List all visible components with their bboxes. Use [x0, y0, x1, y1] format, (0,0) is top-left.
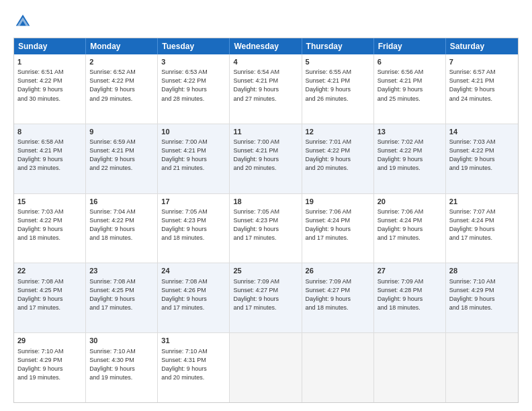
calendar-cell	[302, 333, 374, 402]
day-info: Sunrise: 7:10 AM Sunset: 4:31 PM Dayligh…	[161, 347, 226, 382]
day-info: Sunrise: 6:51 AM Sunset: 4:22 PM Dayligh…	[17, 68, 82, 103]
day-info: Sunrise: 7:10 AM Sunset: 4:30 PM Dayligh…	[89, 347, 154, 382]
calendar-cell: 28Sunrise: 7:10 AM Sunset: 4:29 PM Dayli…	[446, 263, 518, 332]
day-number: 18	[233, 197, 298, 207]
calendar-cell: 1Sunrise: 6:51 AM Sunset: 4:22 PM Daylig…	[14, 54, 86, 124]
day-number: 17	[161, 197, 226, 207]
day-number: 16	[89, 197, 154, 207]
calendar-body: 1Sunrise: 6:51 AM Sunset: 4:22 PM Daylig…	[14, 54, 518, 402]
day-info: Sunrise: 7:08 AM Sunset: 4:25 PM Dayligh…	[17, 277, 82, 312]
calendar-cell: 15Sunrise: 7:03 AM Sunset: 4:22 PM Dayli…	[14, 194, 86, 263]
day-number: 27	[378, 266, 442, 276]
calendar-cell: 6Sunrise: 6:56 AM Sunset: 4:21 PM Daylig…	[374, 54, 446, 124]
calendar-cell: 9Sunrise: 6:59 AM Sunset: 4:21 PM Daylig…	[86, 124, 158, 193]
header-cell-friday: Friday	[374, 38, 446, 54]
day-info: Sunrise: 6:59 AM Sunset: 4:21 PM Dayligh…	[89, 138, 154, 173]
header-cell-monday: Monday	[86, 38, 158, 54]
calendar-cell: 7Sunrise: 6:57 AM Sunset: 4:21 PM Daylig…	[446, 54, 518, 124]
calendar: SundayMondayTuesdayWednesdayThursdayFrid…	[13, 38, 519, 403]
logo-icon	[13, 12, 32, 31]
day-number: 30	[89, 336, 154, 346]
day-info: Sunrise: 6:53 AM Sunset: 4:22 PM Dayligh…	[161, 68, 226, 103]
day-number: 14	[449, 127, 515, 137]
calendar-row-4: 22Sunrise: 7:08 AM Sunset: 4:25 PM Dayli…	[14, 263, 518, 333]
day-number: 31	[161, 336, 226, 346]
day-number: 10	[161, 127, 226, 137]
logo	[13, 12, 35, 31]
day-info: Sunrise: 7:06 AM Sunset: 4:24 PM Dayligh…	[378, 208, 442, 242]
calendar-cell: 26Sunrise: 7:09 AM Sunset: 4:27 PM Dayli…	[302, 263, 374, 332]
day-info: Sunrise: 7:03 AM Sunset: 4:22 PM Dayligh…	[449, 138, 515, 173]
calendar-cell: 8Sunrise: 6:58 AM Sunset: 4:21 PM Daylig…	[14, 124, 86, 193]
calendar-cell: 18Sunrise: 7:05 AM Sunset: 4:23 PM Dayli…	[230, 194, 302, 263]
day-number: 1	[17, 57, 82, 67]
day-info: Sunrise: 7:09 AM Sunset: 4:27 PM Dayligh…	[233, 277, 298, 312]
day-info: Sunrise: 7:10 AM Sunset: 4:29 PM Dayligh…	[449, 277, 515, 312]
calendar-cell: 20Sunrise: 7:06 AM Sunset: 4:24 PM Dayli…	[374, 194, 446, 263]
day-info: Sunrise: 7:02 AM Sunset: 4:22 PM Dayligh…	[378, 138, 442, 173]
day-number: 8	[17, 127, 82, 137]
day-number: 21	[449, 197, 515, 207]
calendar-cell: 10Sunrise: 7:00 AM Sunset: 4:21 PM Dayli…	[158, 124, 230, 193]
day-number: 12	[306, 127, 370, 137]
day-info: Sunrise: 7:09 AM Sunset: 4:27 PM Dayligh…	[306, 277, 370, 312]
day-info: Sunrise: 6:54 AM Sunset: 4:21 PM Dayligh…	[233, 68, 298, 103]
day-info: Sunrise: 7:00 AM Sunset: 4:21 PM Dayligh…	[233, 138, 298, 173]
calendar-cell: 27Sunrise: 7:09 AM Sunset: 4:28 PM Dayli…	[374, 263, 446, 332]
day-number: 19	[306, 197, 370, 207]
day-info: Sunrise: 7:04 AM Sunset: 4:22 PM Dayligh…	[89, 208, 154, 242]
calendar-cell: 4Sunrise: 6:54 AM Sunset: 4:21 PM Daylig…	[230, 54, 302, 124]
day-number: 23	[89, 266, 154, 276]
calendar-cell: 21Sunrise: 7:07 AM Sunset: 4:24 PM Dayli…	[446, 194, 518, 263]
calendar-cell	[230, 333, 302, 402]
calendar-cell: 16Sunrise: 7:04 AM Sunset: 4:22 PM Dayli…	[86, 194, 158, 263]
header-cell-tuesday: Tuesday	[158, 38, 230, 54]
day-number: 26	[306, 266, 370, 276]
day-info: Sunrise: 7:01 AM Sunset: 4:22 PM Dayligh…	[306, 138, 370, 173]
day-number: 9	[89, 127, 154, 137]
day-number: 22	[17, 266, 82, 276]
calendar-cell: 24Sunrise: 7:08 AM Sunset: 4:26 PM Dayli…	[158, 263, 230, 332]
day-number: 13	[378, 127, 442, 137]
day-number: 2	[89, 57, 154, 67]
day-info: Sunrise: 7:09 AM Sunset: 4:28 PM Dayligh…	[378, 277, 442, 312]
day-info: Sunrise: 7:10 AM Sunset: 4:29 PM Dayligh…	[17, 347, 82, 382]
day-number: 7	[449, 57, 515, 67]
day-info: Sunrise: 6:56 AM Sunset: 4:21 PM Dayligh…	[378, 68, 442, 103]
day-number: 4	[233, 57, 298, 67]
header-cell-thursday: Thursday	[302, 38, 374, 54]
calendar-header: SundayMondayTuesdayWednesdayThursdayFrid…	[14, 38, 518, 54]
day-number: 24	[161, 266, 226, 276]
calendar-row-1: 1Sunrise: 6:51 AM Sunset: 4:22 PM Daylig…	[14, 54, 518, 124]
header-cell-wednesday: Wednesday	[230, 38, 302, 54]
calendar-row-5: 29Sunrise: 7:10 AM Sunset: 4:29 PM Dayli…	[14, 333, 518, 402]
day-info: Sunrise: 7:08 AM Sunset: 4:26 PM Dayligh…	[161, 277, 226, 312]
day-number: 28	[449, 266, 515, 276]
calendar-cell: 17Sunrise: 7:05 AM Sunset: 4:23 PM Dayli…	[158, 194, 230, 263]
calendar-cell: 11Sunrise: 7:00 AM Sunset: 4:21 PM Dayli…	[230, 124, 302, 193]
day-number: 15	[17, 197, 82, 207]
calendar-cell: 29Sunrise: 7:10 AM Sunset: 4:29 PM Dayli…	[14, 333, 86, 402]
day-number: 25	[233, 266, 298, 276]
day-info: Sunrise: 6:57 AM Sunset: 4:21 PM Dayligh…	[449, 68, 515, 103]
day-info: Sunrise: 7:05 AM Sunset: 4:23 PM Dayligh…	[233, 208, 298, 242]
calendar-cell: 25Sunrise: 7:09 AM Sunset: 4:27 PM Dayli…	[230, 263, 302, 332]
day-info: Sunrise: 7:06 AM Sunset: 4:24 PM Dayligh…	[306, 208, 370, 242]
calendar-cell: 12Sunrise: 7:01 AM Sunset: 4:22 PM Dayli…	[302, 124, 374, 193]
day-number: 3	[161, 57, 226, 67]
calendar-cell: 19Sunrise: 7:06 AM Sunset: 4:24 PM Dayli…	[302, 194, 374, 263]
day-info: Sunrise: 7:05 AM Sunset: 4:23 PM Dayligh…	[161, 208, 226, 242]
day-info: Sunrise: 7:00 AM Sunset: 4:21 PM Dayligh…	[161, 138, 226, 173]
header-cell-sunday: Sunday	[14, 38, 86, 54]
calendar-cell: 2Sunrise: 6:52 AM Sunset: 4:22 PM Daylig…	[86, 54, 158, 124]
calendar-cell: 13Sunrise: 7:02 AM Sunset: 4:22 PM Dayli…	[374, 124, 446, 193]
header-cell-saturday: Saturday	[446, 38, 518, 54]
day-number: 5	[306, 57, 370, 67]
calendar-cell: 30Sunrise: 7:10 AM Sunset: 4:30 PM Dayli…	[86, 333, 158, 402]
calendar-cell: 14Sunrise: 7:03 AM Sunset: 4:22 PM Dayli…	[446, 124, 518, 193]
day-number: 29	[17, 336, 82, 346]
day-info: Sunrise: 6:55 AM Sunset: 4:21 PM Dayligh…	[306, 68, 370, 103]
calendar-cell	[374, 333, 446, 402]
day-number: 20	[378, 197, 442, 207]
page-header	[13, 12, 519, 31]
